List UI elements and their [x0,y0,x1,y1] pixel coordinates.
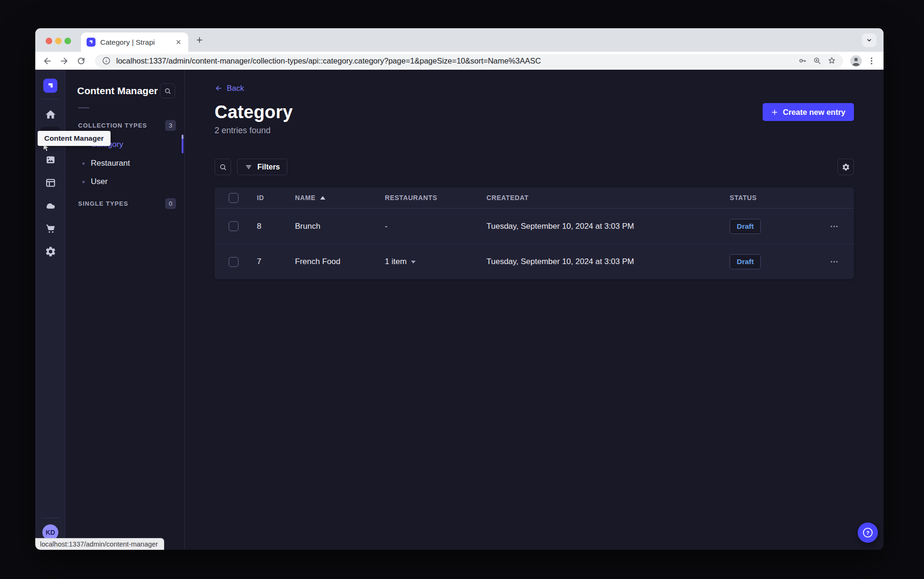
browser-window: Category | Strapi localhost:1337/admin/c… [35,28,884,550]
create-button-label: Create new entry [783,108,845,117]
cell-id: 7 [257,257,295,266]
row-actions-button[interactable] [825,255,844,269]
single-types-count-badge: 0 [165,198,176,209]
svg-text:?: ? [866,530,869,536]
cell-createdat: Tuesday, September 10, 2024 at 3:03 PM [486,222,730,231]
browser-status-bar: localhost:1337/admin/content-manager [35,538,164,550]
column-header-createdat[interactable]: CREATEDAT [486,194,730,201]
new-tab-icon[interactable] [195,36,204,44]
cell-name: French Food [295,257,385,266]
more-horizontal-icon [829,222,839,231]
chevron-down-icon [411,260,416,264]
tab-search-chevron-icon[interactable] [862,33,876,47]
plus-icon [771,109,778,116]
collection-types-label: COLLECTION TYPES [78,122,147,129]
single-types-label: SINGLE TYPES [78,200,128,207]
sidebar-item-home[interactable] [40,105,60,124]
browser-menu-kebab-icon[interactable] [867,56,876,66]
table-row[interactable]: 8 Brunch - Tuesday, September 10, 2024 a… [215,209,854,244]
close-tab-icon[interactable] [175,38,183,46]
cell-id: 8 [257,222,295,231]
status-badge: Draft [730,254,761,269]
strapi-favicon-icon [87,38,96,47]
cloud-icon [45,200,56,211]
minimize-window-button[interactable] [55,38,62,44]
back-nav-icon[interactable] [42,56,52,66]
site-info-icon[interactable] [102,56,111,65]
cell-restaurants-expander[interactable]: 1 item [385,257,486,266]
search-icon [219,163,227,171]
bullet-icon [82,162,85,165]
search-icon [164,87,172,95]
arrow-left-icon [215,84,223,92]
entries-table: ID NAME RESTAURANTS CREATEDAT STATUS 8 B… [215,187,854,279]
column-header-id[interactable]: ID [257,194,295,201]
media-library-icon [45,154,56,166]
create-new-entry-button[interactable]: Create new entry [763,103,854,121]
active-item-indicator [182,135,183,153]
status-badge: Draft [730,219,761,234]
subnav-title: Content Manager [77,85,158,96]
address-bar[interactable]: localhost:1337/admin/content-manager/col… [95,54,843,68]
row-actions-button[interactable] [825,219,844,233]
filters-button[interactable]: Filters [237,159,287,175]
cart-icon [45,223,56,234]
column-header-name[interactable]: NAME [295,194,385,201]
content-manager-tooltip: Content Manager [38,131,111,146]
strapi-logo[interactable] [43,79,57,93]
back-link[interactable]: Back [215,84,244,93]
subnav-search-button[interactable] [160,83,175,98]
layout-icon [45,177,56,189]
tab-title: Category | Strapi [100,38,170,47]
browser-profile-icon[interactable] [850,55,862,67]
table-row[interactable]: 7 French Food 1 item Tuesday, September … [215,244,854,279]
select-all-checkbox[interactable] [229,193,239,203]
gear-icon [842,163,850,171]
maximize-window-button[interactable] [64,38,71,44]
more-horizontal-icon [829,257,839,266]
sort-ascending-icon [320,196,326,200]
subnav-divider [78,107,89,108]
subnav-item-label: Restaurant [91,159,130,168]
tab-strip: Category | Strapi [35,28,884,52]
cell-name: Brunch [295,222,385,231]
rail-divider-bottom [41,518,59,518]
row-checkbox[interactable] [229,257,239,267]
sidebar-item-cloud[interactable] [40,195,60,215]
subnav-item-label: User [91,177,108,186]
browser-toolbar: localhost:1337/admin/content-manager/col… [35,52,884,70]
sidebar-item-restaurant[interactable]: Restaurant [65,154,183,173]
entries-count: 2 entries found [215,126,854,136]
browser-tab[interactable]: Category | Strapi [81,32,188,52]
bullet-icon [82,181,85,183]
gear-icon [45,246,56,257]
sidebar-item-marketplace[interactable] [40,218,60,238]
strapi-app: KD Content Manager COLLECTION TYPES 3 Ca… [35,70,884,550]
filters-label: Filters [257,163,280,171]
table-search-button[interactable] [215,159,231,175]
table-settings-button[interactable] [837,159,854,175]
column-header-restaurants[interactable]: RESTAURANTS [385,194,486,201]
bookmark-star-icon[interactable] [827,56,836,65]
column-header-status[interactable]: STATUS [730,194,825,201]
collection-types-count-badge: 3 [165,120,176,131]
url-text[interactable]: localhost:1337/admin/content-manager/col… [116,56,793,65]
rail-divider [41,99,59,99]
avatar-initials: KD [46,529,55,536]
zoom-icon[interactable] [812,56,822,65]
main-content: Back Category Create new entry 2 entries… [185,70,884,550]
sidebar-item-user[interactable]: User [65,172,183,191]
question-mark-icon: ? [862,527,874,539]
cell-restaurants: - [385,222,486,231]
forward-nav-icon[interactable] [59,56,69,66]
close-window-button[interactable] [46,38,52,44]
row-checkbox[interactable] [229,221,239,231]
sidebar-item-content-type-builder[interactable] [40,173,60,193]
cell-createdat: Tuesday, September 10, 2024 at 3:03 PM [486,257,730,266]
page-title: Category [215,102,293,122]
sidebar-item-settings[interactable] [40,241,60,261]
password-key-icon[interactable] [798,56,807,65]
reload-icon[interactable] [76,56,86,66]
table-header-row: ID NAME RESTAURANTS CREATEDAT STATUS [215,187,854,209]
help-button[interactable]: ? [858,523,878,543]
